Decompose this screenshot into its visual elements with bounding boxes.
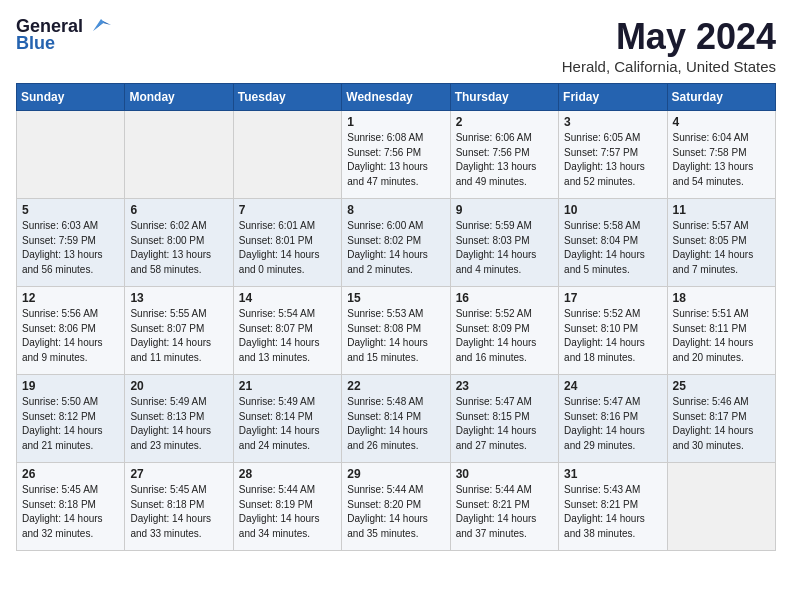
calendar-cell: 10Sunrise: 5:58 AM Sunset: 8:04 PM Dayli… [559,199,667,287]
day-info: Sunrise: 5:45 AM Sunset: 8:18 PM Dayligh… [22,483,119,541]
day-of-week-header: Friday [559,84,667,111]
calendar-cell: 2Sunrise: 6:06 AM Sunset: 7:56 PM Daylig… [450,111,558,199]
logo-bird-icon [85,17,111,35]
day-info: Sunrise: 5:49 AM Sunset: 8:13 PM Dayligh… [130,395,227,453]
day-number: 11 [673,203,770,217]
logo-blue: Blue [16,33,55,54]
calendar-cell: 18Sunrise: 5:51 AM Sunset: 8:11 PM Dayli… [667,287,775,375]
calendar-cell: 8Sunrise: 6:00 AM Sunset: 8:02 PM Daylig… [342,199,450,287]
day-info: Sunrise: 5:55 AM Sunset: 8:07 PM Dayligh… [130,307,227,365]
calendar-cell: 19Sunrise: 5:50 AM Sunset: 8:12 PM Dayli… [17,375,125,463]
calendar-header: SundayMondayTuesdayWednesdayThursdayFrid… [17,84,776,111]
day-number: 5 [22,203,119,217]
day-number: 25 [673,379,770,393]
day-info: Sunrise: 5:56 AM Sunset: 8:06 PM Dayligh… [22,307,119,365]
day-number: 27 [130,467,227,481]
calendar-cell: 20Sunrise: 5:49 AM Sunset: 8:13 PM Dayli… [125,375,233,463]
day-info: Sunrise: 5:49 AM Sunset: 8:14 PM Dayligh… [239,395,336,453]
calendar-cell [125,111,233,199]
calendar-cell: 29Sunrise: 5:44 AM Sunset: 8:20 PM Dayli… [342,463,450,551]
calendar-cell: 1Sunrise: 6:08 AM Sunset: 7:56 PM Daylig… [342,111,450,199]
calendar-cell: 26Sunrise: 5:45 AM Sunset: 8:18 PM Dayli… [17,463,125,551]
day-info: Sunrise: 6:05 AM Sunset: 7:57 PM Dayligh… [564,131,661,189]
calendar-cell: 3Sunrise: 6:05 AM Sunset: 7:57 PM Daylig… [559,111,667,199]
title-block: May 2024 Herald, California, United Stat… [562,16,776,75]
calendar-cell: 11Sunrise: 5:57 AM Sunset: 8:05 PM Dayli… [667,199,775,287]
day-number: 23 [456,379,553,393]
calendar-cell: 28Sunrise: 5:44 AM Sunset: 8:19 PM Dayli… [233,463,341,551]
calendar-cell: 24Sunrise: 5:47 AM Sunset: 8:16 PM Dayli… [559,375,667,463]
calendar-cell: 9Sunrise: 5:59 AM Sunset: 8:03 PM Daylig… [450,199,558,287]
day-number: 1 [347,115,444,129]
day-info: Sunrise: 5:47 AM Sunset: 8:16 PM Dayligh… [564,395,661,453]
day-info: Sunrise: 5:52 AM Sunset: 8:10 PM Dayligh… [564,307,661,365]
calendar-cell: 23Sunrise: 5:47 AM Sunset: 8:15 PM Dayli… [450,375,558,463]
day-info: Sunrise: 5:57 AM Sunset: 8:05 PM Dayligh… [673,219,770,277]
calendar-title: May 2024 [562,16,776,58]
calendar-cell: 13Sunrise: 5:55 AM Sunset: 8:07 PM Dayli… [125,287,233,375]
day-of-week-header: Wednesday [342,84,450,111]
calendar-cell: 22Sunrise: 5:48 AM Sunset: 8:14 PM Dayli… [342,375,450,463]
day-number: 2 [456,115,553,129]
day-number: 31 [564,467,661,481]
day-number: 14 [239,291,336,305]
day-of-week-header: Tuesday [233,84,341,111]
day-number: 29 [347,467,444,481]
logo: General Blue [16,16,111,54]
calendar-cell: 16Sunrise: 5:52 AM Sunset: 8:09 PM Dayli… [450,287,558,375]
day-number: 15 [347,291,444,305]
day-number: 22 [347,379,444,393]
day-of-week-header: Sunday [17,84,125,111]
day-info: Sunrise: 6:01 AM Sunset: 8:01 PM Dayligh… [239,219,336,277]
day-info: Sunrise: 6:06 AM Sunset: 7:56 PM Dayligh… [456,131,553,189]
day-number: 24 [564,379,661,393]
day-info: Sunrise: 6:00 AM Sunset: 8:02 PM Dayligh… [347,219,444,277]
calendar-cell [17,111,125,199]
day-number: 6 [130,203,227,217]
day-number: 10 [564,203,661,217]
day-number: 17 [564,291,661,305]
day-info: Sunrise: 5:51 AM Sunset: 8:11 PM Dayligh… [673,307,770,365]
day-number: 4 [673,115,770,129]
day-info: Sunrise: 5:47 AM Sunset: 8:15 PM Dayligh… [456,395,553,453]
calendar-location: Herald, California, United States [562,58,776,75]
day-info: Sunrise: 5:46 AM Sunset: 8:17 PM Dayligh… [673,395,770,453]
calendar-cell: 5Sunrise: 6:03 AM Sunset: 7:59 PM Daylig… [17,199,125,287]
day-number: 3 [564,115,661,129]
calendar-cell: 7Sunrise: 6:01 AM Sunset: 8:01 PM Daylig… [233,199,341,287]
day-number: 13 [130,291,227,305]
day-info: Sunrise: 6:03 AM Sunset: 7:59 PM Dayligh… [22,219,119,277]
day-number: 26 [22,467,119,481]
day-info: Sunrise: 5:44 AM Sunset: 8:20 PM Dayligh… [347,483,444,541]
calendar-cell: 15Sunrise: 5:53 AM Sunset: 8:08 PM Dayli… [342,287,450,375]
day-info: Sunrise: 5:52 AM Sunset: 8:09 PM Dayligh… [456,307,553,365]
day-number: 28 [239,467,336,481]
calendar-cell: 4Sunrise: 6:04 AM Sunset: 7:58 PM Daylig… [667,111,775,199]
day-info: Sunrise: 5:50 AM Sunset: 8:12 PM Dayligh… [22,395,119,453]
day-info: Sunrise: 5:43 AM Sunset: 8:21 PM Dayligh… [564,483,661,541]
calendar-cell: 31Sunrise: 5:43 AM Sunset: 8:21 PM Dayli… [559,463,667,551]
day-number: 19 [22,379,119,393]
calendar-cell: 12Sunrise: 5:56 AM Sunset: 8:06 PM Dayli… [17,287,125,375]
calendar-cell: 27Sunrise: 5:45 AM Sunset: 8:18 PM Dayli… [125,463,233,551]
calendar-cell: 30Sunrise: 5:44 AM Sunset: 8:21 PM Dayli… [450,463,558,551]
day-number: 16 [456,291,553,305]
calendar-table: SundayMondayTuesdayWednesdayThursdayFrid… [16,83,776,551]
calendar-body: 1Sunrise: 6:08 AM Sunset: 7:56 PM Daylig… [17,111,776,551]
day-info: Sunrise: 5:53 AM Sunset: 8:08 PM Dayligh… [347,307,444,365]
day-number: 8 [347,203,444,217]
day-number: 9 [456,203,553,217]
day-number: 21 [239,379,336,393]
day-info: Sunrise: 5:44 AM Sunset: 8:21 PM Dayligh… [456,483,553,541]
calendar-cell: 14Sunrise: 5:54 AM Sunset: 8:07 PM Dayli… [233,287,341,375]
page-header: General Blue May 2024 Herald, California… [16,16,776,75]
day-number: 20 [130,379,227,393]
day-info: Sunrise: 5:44 AM Sunset: 8:19 PM Dayligh… [239,483,336,541]
day-number: 30 [456,467,553,481]
day-info: Sunrise: 5:45 AM Sunset: 8:18 PM Dayligh… [130,483,227,541]
day-info: Sunrise: 6:02 AM Sunset: 8:00 PM Dayligh… [130,219,227,277]
day-of-week-header: Saturday [667,84,775,111]
calendar-cell: 6Sunrise: 6:02 AM Sunset: 8:00 PM Daylig… [125,199,233,287]
day-number: 7 [239,203,336,217]
day-info: Sunrise: 6:08 AM Sunset: 7:56 PM Dayligh… [347,131,444,189]
